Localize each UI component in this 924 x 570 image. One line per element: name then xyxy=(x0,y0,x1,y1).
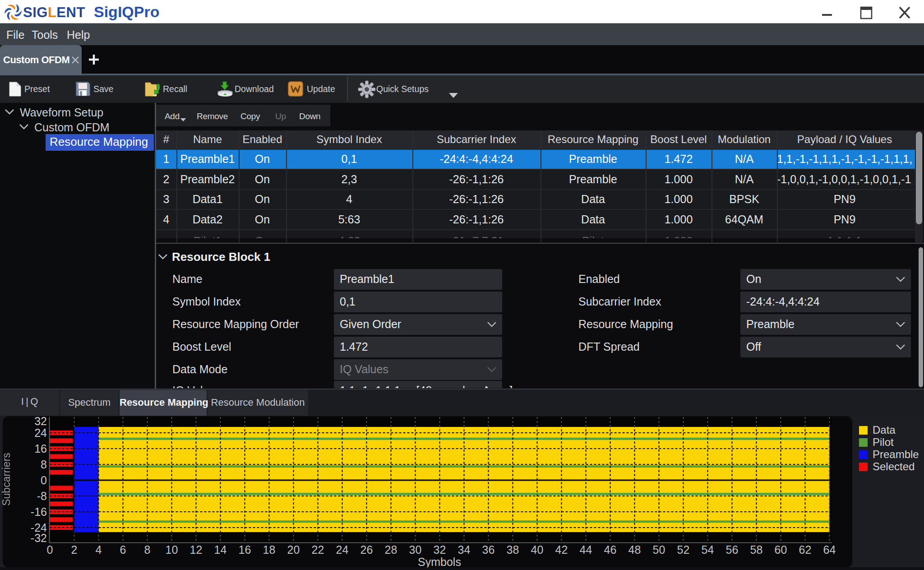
svg-text:42: 42 xyxy=(555,543,568,556)
svg-text:24: 24 xyxy=(34,426,47,439)
svg-text:54: 54 xyxy=(702,543,714,556)
svg-text:10: 10 xyxy=(166,543,178,556)
svg-text:22: 22 xyxy=(312,543,324,556)
svg-text:-32: -32 xyxy=(31,532,47,544)
svg-text:36: 36 xyxy=(482,543,495,556)
svg-text:Preamble: Preamble xyxy=(873,448,919,460)
svg-text:28: 28 xyxy=(385,543,397,556)
svg-text:Subcarriers: Subcarriers xyxy=(0,453,12,506)
svg-text:20: 20 xyxy=(287,543,300,556)
svg-text:26: 26 xyxy=(360,543,373,556)
svg-text:Pilot: Pilot xyxy=(873,436,894,448)
svg-text:48: 48 xyxy=(628,543,641,556)
svg-text:38: 38 xyxy=(507,543,519,556)
svg-text:14: 14 xyxy=(214,543,227,556)
svg-text:64: 64 xyxy=(823,543,836,556)
svg-text:Data: Data xyxy=(873,424,896,436)
svg-text:6: 6 xyxy=(120,543,126,556)
svg-text:60: 60 xyxy=(775,543,787,556)
svg-text:30: 30 xyxy=(409,543,422,556)
svg-text:4: 4 xyxy=(96,543,102,556)
svg-text:56: 56 xyxy=(726,543,739,556)
svg-text:8: 8 xyxy=(144,543,151,556)
svg-text:-16: -16 xyxy=(31,505,47,518)
svg-text:40: 40 xyxy=(531,543,544,556)
svg-text:32: 32 xyxy=(34,415,47,427)
svg-text:52: 52 xyxy=(677,543,690,556)
svg-text:44: 44 xyxy=(580,543,592,556)
svg-text:58: 58 xyxy=(750,543,763,556)
svg-text:8: 8 xyxy=(41,458,47,471)
svg-text:Symbols: Symbols xyxy=(418,556,461,568)
svg-text:-8: -8 xyxy=(37,490,47,502)
svg-text:18: 18 xyxy=(263,543,276,556)
svg-text:32: 32 xyxy=(434,543,446,556)
svg-text:12: 12 xyxy=(190,543,203,556)
svg-text:34: 34 xyxy=(458,543,471,556)
svg-text:0: 0 xyxy=(47,543,53,556)
svg-text:50: 50 xyxy=(653,543,665,556)
svg-text:62: 62 xyxy=(799,543,812,556)
svg-text:2: 2 xyxy=(71,543,78,556)
svg-text:46: 46 xyxy=(604,543,617,556)
svg-text:24: 24 xyxy=(336,543,349,556)
svg-text:16: 16 xyxy=(239,543,251,556)
svg-text:16: 16 xyxy=(34,442,47,455)
svg-text:0: 0 xyxy=(41,474,47,487)
svg-text:Selected: Selected xyxy=(873,460,915,473)
